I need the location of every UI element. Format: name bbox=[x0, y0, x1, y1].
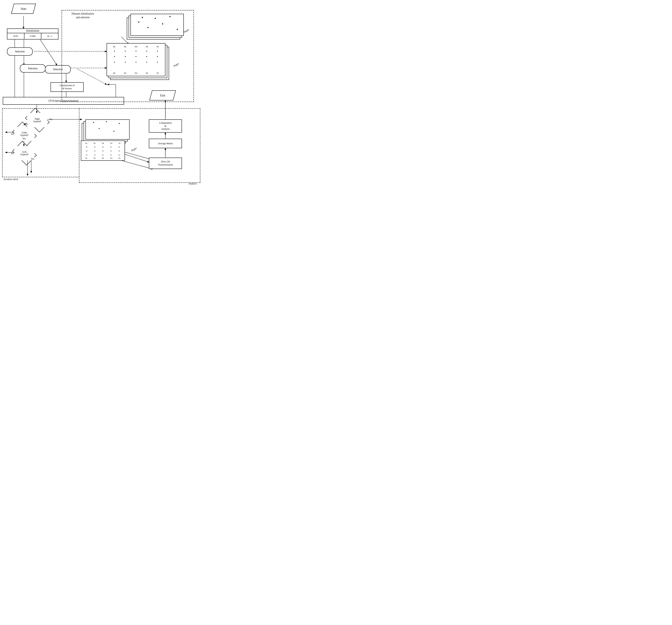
exit-label: Exit bbox=[160, 94, 165, 97]
codes-expired-label: CodesExpired? bbox=[20, 131, 28, 136]
selection1-box: Selection bbox=[7, 47, 33, 56]
avg-matrix-label: Average Matrix bbox=[158, 142, 173, 145]
3d2d-label: 3D to 2DTransformation bbox=[158, 160, 173, 167]
selection1-label: Selection bbox=[15, 50, 25, 53]
start-label: Start bbox=[21, 7, 26, 10]
codes-label: Codes bbox=[30, 34, 36, 38]
arch-expired-label: Arch.Expired? bbox=[20, 151, 28, 156]
selection3-label: Selection bbox=[53, 68, 63, 71]
selection2-box: Selection bbox=[20, 64, 46, 73]
start-shape: Start bbox=[11, 4, 36, 14]
init-label: Initialization bbox=[26, 29, 39, 32]
pages-expired-label: PagesExpired? bbox=[33, 118, 41, 123]
avg-matrix-box: Average Matrix bbox=[149, 139, 182, 148]
output-matrix-pages: x₁x₂x₃x₄x₅ • • • • • • • • • • • • • • bbox=[81, 119, 132, 161]
svg-line-4 bbox=[40, 39, 57, 65]
alpha-matrix-pages: Pages bbox=[125, 14, 189, 47]
3d2d-box: 3D to 2DTransformation bbox=[149, 157, 182, 169]
alpha-col-matrix: α₁α₂α₃α₄α₅ • • • • • • • • • • • • • • bbox=[106, 43, 176, 85]
analysis-label: Analysis bbox=[189, 182, 197, 185]
arch-label: Arch. bbox=[13, 34, 18, 38]
exit-shape: Exit bbox=[149, 90, 176, 100]
iteration-check-label: Iteration check bbox=[4, 178, 18, 181]
computation-box: Computation&Analysis bbox=[149, 119, 182, 133]
alpha-label: α₁...₅ bbox=[47, 34, 52, 38]
computation-label: Computation&Analysis bbox=[159, 121, 172, 131]
initialization-box: Initialization Arch. Codes α₁...₅ bbox=[7, 28, 58, 40]
pages1-label: Pages bbox=[183, 28, 190, 33]
diagram: Start Datasets initializationand selecti… bbox=[0, 0, 202, 188]
selection2-label: Selection bbox=[28, 67, 38, 70]
